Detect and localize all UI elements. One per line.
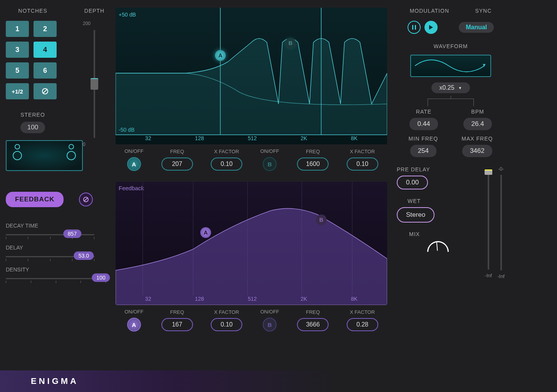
b-xfactor[interactable]: 0.10 [347, 157, 378, 171]
footer: ENIGMA [0, 370, 557, 392]
svg-marker-13 [429, 25, 433, 30]
mix-knob[interactable] [423, 236, 453, 267]
delay-slider[interactable]: 53.0 [6, 256, 94, 257]
svg-rect-12 [415, 25, 416, 30]
b-toggle[interactable]: B [263, 157, 277, 171]
sync-header: SYNC [475, 8, 492, 14]
chevron-down-icon: ▼ [458, 86, 462, 90]
feedback-graph[interactable]: Feedback A B 32 128 512 2K 8K [116, 182, 387, 305]
fb-b-xfactor[interactable]: 0.28 [347, 318, 378, 331]
output-slider[interactable] [488, 169, 489, 270]
fb-b-freq[interactable]: 3666 [297, 318, 329, 331]
maxfreq-value[interactable]: 3462 [462, 145, 492, 157]
depth-header: DEPTH [83, 8, 106, 14]
predelay-value[interactable]: 0.00 [397, 176, 428, 189]
notch-phase-button[interactable] [34, 83, 57, 99]
manual-button[interactable]: Manual [459, 22, 494, 33]
svg-rect-11 [412, 25, 413, 30]
node-b[interactable]: B [285, 38, 296, 49]
notch-4[interactable]: 4 [34, 42, 57, 58]
decay-slider[interactable]: 857 [6, 234, 94, 235]
waveform-header: WAVEFORM [397, 43, 505, 49]
pause-button[interactable] [408, 21, 421, 34]
fb-node-a[interactable]: A [200, 227, 211, 238]
fb-node-b[interactable]: B [316, 214, 327, 225]
notch-graph[interactable]: +50 dB -50 dB A B 32 128 512 2K 8K [116, 8, 387, 144]
fb-b-toggle[interactable]: B [263, 318, 277, 332]
depth-slider[interactable] [94, 30, 95, 138]
stereo-header: STEREO [6, 112, 60, 118]
a-toggle[interactable]: A [127, 157, 141, 171]
notch-1[interactable]: 1 [6, 21, 29, 37]
svg-line-1 [43, 89, 47, 94]
decay-label: DECAY TIME [6, 223, 106, 229]
svg-line-3 [84, 198, 88, 201]
output-meter [500, 175, 502, 270]
feedback-button[interactable]: FEEDBACK [6, 192, 64, 207]
notch-6[interactable]: 6 [34, 62, 57, 79]
play-icon [429, 25, 433, 30]
b-freq[interactable]: 1600 [297, 157, 329, 171]
fb-a-toggle[interactable]: A [127, 318, 141, 332]
density-label: DENSITY [6, 266, 106, 273]
speaker-right [64, 144, 79, 167]
multiplier-dropdown[interactable]: x0.25▼ [431, 82, 470, 93]
stereo-value[interactable]: 100 [20, 122, 45, 133]
depth-max: 200 [83, 21, 106, 26]
pause-icon [412, 25, 416, 30]
bpm-value[interactable]: 26.4 [463, 118, 492, 130]
modulation-header: MODULATION [410, 8, 449, 14]
fb-a-freq[interactable]: 167 [161, 318, 193, 331]
fb-a-xfactor[interactable]: 0.10 [211, 318, 242, 331]
stereo-display[interactable] [6, 140, 83, 171]
phase-icon [42, 88, 49, 95]
logo: ENIGMA [31, 376, 79, 386]
node-a[interactable]: A [215, 50, 226, 61]
chevron-down-icon: ▼ [482, 62, 487, 68]
play-button[interactable] [424, 21, 438, 34]
density-slider[interactable]: 100 [6, 278, 106, 279]
notch-5[interactable]: 5 [6, 62, 29, 79]
wet-value[interactable]: Stereo [397, 207, 435, 223]
depth-min: 0 [83, 142, 106, 147]
feedback-phase-button[interactable] [79, 193, 93, 206]
phase-icon [83, 196, 89, 203]
notch-half[interactable]: +1/2 [6, 83, 29, 99]
a-xfactor[interactable]: 0.10 [211, 157, 242, 171]
a-freq[interactable]: 207 [161, 157, 193, 171]
rate-value[interactable]: 0.44 [409, 118, 438, 130]
notch-2[interactable]: 2 [34, 21, 57, 37]
delay-label: DELAY [6, 245, 106, 251]
speaker-left [10, 144, 25, 167]
notches-header: NOTCHES [6, 8, 60, 14]
minfreq-value[interactable]: 254 [410, 145, 436, 157]
notch-3[interactable]: 3 [6, 42, 29, 58]
waveform-selector[interactable]: ▼ [410, 55, 491, 77]
